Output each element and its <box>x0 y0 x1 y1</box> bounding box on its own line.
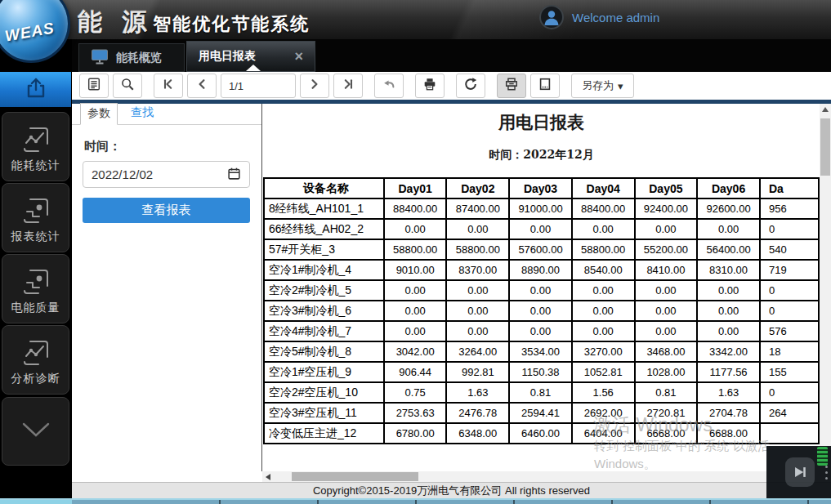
value-cell: 0 <box>760 301 819 321</box>
value-cell: 992.81 <box>446 362 509 382</box>
horizontal-scrollbar[interactable] <box>262 471 820 482</box>
value-cell: 0.00 <box>635 219 698 239</box>
sidebar-item-energy-stats[interactable]: 能耗统计 <box>2 112 69 181</box>
value-cell: 0.00 <box>697 301 760 321</box>
column-header: Day06 <box>697 178 760 198</box>
value-cell: 1150.38 <box>509 362 572 382</box>
value-cell: 0.81 <box>635 382 698 403</box>
last-page-button[interactable] <box>333 74 363 98</box>
single-page-icon <box>538 77 552 95</box>
sidebar-item-label: 电能质量 <box>11 301 60 315</box>
windows-taskbar[interactable] <box>0 498 831 504</box>
windows-activation-watermark: 转到“控制面板”中的“系统”以激活 <box>594 439 770 454</box>
back-arrow-icon <box>382 77 396 95</box>
value-cell: 8890.00 <box>509 260 572 280</box>
calendar-icon[interactable] <box>227 167 241 183</box>
report-table: 设备名称Day01Day02Day03Day04Day05Day06Da8经纬线… <box>263 177 820 444</box>
value-cell: 0.00 <box>509 321 572 341</box>
device-name-cell: 空冷3#空压机_11 <box>264 403 384 423</box>
value-cell: 55200.00 <box>635 239 698 260</box>
app-window: 能 源 智能优化节能系统 Welcome admin WEAS <box>0 0 831 504</box>
sidebar-export-button[interactable] <box>0 72 71 107</box>
value-cell: 8310.00 <box>697 260 760 280</box>
printer-icon <box>422 77 437 95</box>
weas-logo-text: WEAS <box>3 19 56 45</box>
tab-label: 用电日报表 <box>199 49 256 64</box>
back-button[interactable] <box>374 74 404 98</box>
device-name-cell: 空冷5#制冷机_8 <box>264 341 384 362</box>
chart-line-icon <box>19 123 53 160</box>
prev-page-button[interactable] <box>187 74 217 98</box>
first-page-icon <box>162 78 175 94</box>
value-cell: 3342.00 <box>697 341 760 362</box>
last-page-icon <box>342 78 355 94</box>
device-name-cell: 空冷2#制冷机_5 <box>264 280 384 301</box>
tab-energy-overview[interactable]: 能耗概览 <box>78 43 185 72</box>
chevron-down-icon <box>17 417 55 445</box>
value-cell: 0.00 <box>446 280 509 301</box>
value-cell: 0.75 <box>384 382 447 403</box>
tab-power-daily-report[interactable]: 用电日报表 × <box>186 41 315 72</box>
sidebar-item-label: 分析诊断 <box>11 372 60 386</box>
first-page-button[interactable] <box>154 74 183 98</box>
media-skip-button[interactable] <box>785 457 815 487</box>
report-title: 用电日报表 <box>262 111 820 134</box>
vertical-scroll-thumb[interactable] <box>820 118 830 176</box>
value-cell: 0 <box>760 219 819 239</box>
value-cell: 0.00 <box>572 301 635 321</box>
view-report-button[interactable]: 查看报表 <box>83 198 250 223</box>
value-cell: 0.00 <box>572 280 635 301</box>
table-row: 66经纬线_AH02_20.000.000.000.000.000.000 <box>264 219 819 239</box>
active-tab-indicator <box>246 65 261 71</box>
save-as-button[interactable]: 另存为 ▾ <box>571 74 634 98</box>
tab-parameters[interactable]: 参数 <box>80 103 118 125</box>
table-row: 57#开关柜_358800.0058800.0057600.0058800.00… <box>264 239 819 260</box>
next-page-button[interactable] <box>300 74 329 98</box>
parameters-panel-button[interactable] <box>79 74 109 98</box>
page-indicator-input[interactable] <box>221 74 296 98</box>
horizontal-scroll-thumb[interactable] <box>292 472 418 481</box>
value-cell: 9010.00 <box>384 260 447 280</box>
device-name-cell: 空冷4#制冷机_7 <box>264 321 384 341</box>
sidebar-item-label: 报表统计 <box>11 230 60 244</box>
value-cell: 0 <box>760 382 819 403</box>
table-row: 空冷2#制冷机_50.000.000.000.000.000.000 <box>264 280 819 301</box>
sidebar-item-power-quality[interactable]: 电能质量 <box>2 254 69 323</box>
value-cell: 0.00 <box>384 280 447 301</box>
column-header: 设备名称 <box>264 178 384 198</box>
date-input[interactable]: 2022/12/02 <box>83 161 250 188</box>
device-name-cell: 空冷1#制冷机_4 <box>264 260 384 280</box>
windows-activation-watermark: Windows。 <box>594 457 656 472</box>
tab-close-icon[interactable]: × <box>294 49 303 64</box>
table-row: 8经纬线_AH101_188400.0087400.0091000.008840… <box>264 198 819 219</box>
print-layout-button[interactable] <box>497 74 526 98</box>
user-welcome[interactable]: Welcome admin <box>539 5 659 29</box>
search-button[interactable] <box>113 74 142 98</box>
value-cell: 1.63 <box>446 382 509 403</box>
value-cell: 0.00 <box>509 219 572 239</box>
table-row: 空冷1#空压机_9906.44992.811150.381052.811028.… <box>264 362 819 382</box>
value-cell: 0 <box>760 280 819 301</box>
scroll-left-icon[interactable] <box>266 474 270 480</box>
copyright-text: Copyright©2015-2019万洲电气有限公司 All rights r… <box>313 484 590 498</box>
column-header: Day03 <box>509 178 572 198</box>
taskbar-segments <box>123 500 831 504</box>
table-row: 空冷5#制冷机_83042.003264.003534.003270.00346… <box>264 341 819 362</box>
column-header: Day04 <box>572 178 635 198</box>
sidebar-item-report-stats[interactable]: 报表统计 <box>2 183 69 252</box>
print-button[interactable] <box>415 74 445 98</box>
sidebar-collapse-button[interactable] <box>2 397 69 466</box>
refresh-button[interactable] <box>456 74 485 98</box>
value-cell: 18 <box>760 341 819 362</box>
prev-page-icon <box>195 78 208 94</box>
value-cell: 906.44 <box>384 362 447 382</box>
value-cell: 92400.00 <box>635 198 698 219</box>
value-cell: 0.00 <box>635 280 698 301</box>
vertical-scrollbar[interactable] <box>820 104 831 471</box>
page-view-button[interactable] <box>530 74 560 98</box>
sidebar-item-analysis-diagnosis[interactable]: 分析诊断 <box>2 325 69 395</box>
table-row: 空冷3#空压机_112753.632476.782594.412692.0027… <box>264 403 819 423</box>
scroll-up-icon[interactable] <box>822 107 829 112</box>
value-cell: 0.00 <box>635 321 698 341</box>
tab-find[interactable]: 查找 <box>131 105 154 124</box>
